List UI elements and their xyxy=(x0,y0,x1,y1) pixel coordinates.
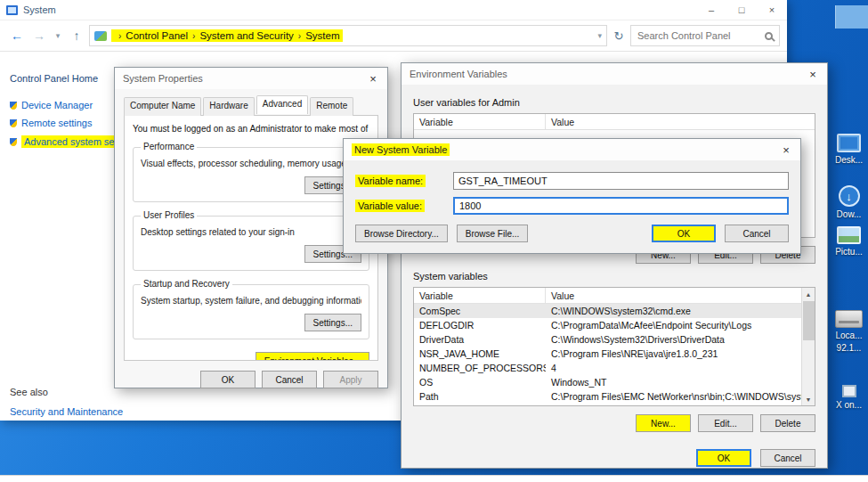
dialog-titlebar[interactable]: Environment Variables × xyxy=(402,63,827,85)
history-dropdown-icon[interactable]: ▾ xyxy=(52,31,64,40)
breadcrumb-system[interactable]: System xyxy=(305,30,339,41)
desktop-icon-local-disk[interactable]: Loca... 92.1... xyxy=(830,310,868,353)
desktop-icon-label: Desk... xyxy=(835,155,863,165)
window-fragment[interactable] xyxy=(835,5,868,29)
up-icon[interactable]: ↑ xyxy=(67,29,86,43)
table-row[interactable]: NUMBER_OF_PROCESSORS 4 xyxy=(414,361,815,375)
table-row[interactable]: OS Windows_NT xyxy=(414,375,815,389)
ok-button[interactable]: OK xyxy=(652,225,716,242)
table-row[interactable]: DEFLOGDIR C:\ProgramData\McAfee\Endpoint… xyxy=(414,318,815,332)
desktop-icon-sublabel: 92.1... xyxy=(837,343,862,353)
close-icon[interactable]: × xyxy=(359,68,387,89)
search-input[interactable] xyxy=(637,30,765,41)
dialog-titlebar[interactable]: New System Variable × xyxy=(344,139,800,160)
uac-shield-icon xyxy=(10,138,17,146)
tab-computer-name[interactable]: Computer Name xyxy=(124,97,201,116)
table-row[interactable]: NSR_JAVA_HOME C:\Program Files\NRE\java\… xyxy=(414,347,815,361)
environment-variables-button[interactable]: Environment Variables... xyxy=(256,352,369,361)
minimize-button[interactable]: – xyxy=(696,0,726,20)
variable-name-label: Variable name: xyxy=(355,175,426,187)
dialog-title: Environment Variables xyxy=(410,69,507,79)
ok-button[interactable]: OK xyxy=(200,371,256,388)
close-icon[interactable]: × xyxy=(772,139,800,160)
variable-column-header[interactable]: Variable xyxy=(414,114,546,129)
desktop-icon-desktop[interactable]: Desk... xyxy=(830,134,868,165)
browse-file-button[interactable]: Browse File... xyxy=(457,225,529,242)
table-row[interactable]: ComSpec C:\WINDOWS\system32\cmd.exe xyxy=(414,304,815,318)
variable-value: C:\Windows\System32\Drivers\DriverData xyxy=(546,334,815,345)
close-icon[interactable]: × xyxy=(799,63,827,85)
app-icon xyxy=(842,385,856,397)
window-titlebar[interactable]: System – □ × xyxy=(0,0,787,20)
group-description: Desktop settings related to your sign-in xyxy=(141,227,361,237)
cancel-button[interactable]: Cancel xyxy=(725,225,789,242)
sidebar-item-advanced-system-settings[interactable]: Advanced system settings xyxy=(10,135,118,148)
variable-name-input[interactable] xyxy=(453,172,789,190)
sidebar-item-remote-settings[interactable]: Remote settings xyxy=(10,118,118,128)
close-button[interactable]: × xyxy=(757,0,787,20)
desktop-icon-label: Pictu... xyxy=(835,247,863,257)
environment-variables-dialog: Environment Variables × User variables f… xyxy=(401,62,828,469)
down-arrow-icon: ↓ xyxy=(846,190,852,203)
forward-icon[interactable]: → xyxy=(29,29,49,43)
value-column-header[interactable]: Value xyxy=(546,117,815,127)
breadcrumb-system-security[interactable]: System and Security xyxy=(199,30,293,41)
dialog-titlebar[interactable]: System Properties × xyxy=(115,68,387,89)
sidebar-item-security-and-maintenance[interactable]: Security and Maintenance xyxy=(10,406,123,417)
scrollbar[interactable]: ▲ ▼ xyxy=(801,288,815,405)
system-variables-label: System variables xyxy=(413,271,815,282)
table-header: Variable Value xyxy=(414,288,815,304)
startup-settings-button[interactable]: Settings... xyxy=(304,314,361,331)
chevron-icon: › xyxy=(192,31,195,41)
browse-directory-button[interactable]: Browse Directory... xyxy=(355,225,448,242)
dialog-buttons: OK Cancel xyxy=(402,437,827,467)
breadcrumb-control-panel[interactable]: Control Panel xyxy=(126,30,188,41)
tab-hardware[interactable]: Hardware xyxy=(203,97,254,116)
variable-name: DEFLOGDIR xyxy=(414,320,546,331)
scroll-down-icon[interactable]: ▼ xyxy=(802,393,815,405)
variable-value-input[interactable] xyxy=(453,197,789,215)
desktop-icon-x[interactable]: X on... xyxy=(830,385,868,410)
taskbar[interactable] xyxy=(0,475,868,482)
dialog-title: System Properties xyxy=(123,73,203,84)
sidebar-item-control-panel-home[interactable]: Control Panel Home xyxy=(10,73,118,84)
tab-advanced[interactable]: Advanced xyxy=(256,95,308,114)
startup-recovery-group: Startup and Recovery System startup, sys… xyxy=(133,284,369,339)
address-field[interactable]: › Control Panel › System and Security › … xyxy=(89,25,607,46)
group-title: User Profiles xyxy=(141,210,197,220)
desktop-icon-downloads[interactable]: ↓ Dow... xyxy=(830,185,868,219)
performance-group: Performance Visual effects, processor sc… xyxy=(133,147,369,202)
system-variables-table[interactable]: Variable Value ComSpec C:\WINDOWS\system… xyxy=(413,287,815,406)
sidebar-item-label: Security and Maintenance xyxy=(10,406,123,417)
value-column-header[interactable]: Value xyxy=(546,290,815,301)
variable-value: Windows_NT xyxy=(546,377,815,388)
desktop-icon-label: X on... xyxy=(836,400,862,410)
scrollbar-thumb[interactable] xyxy=(803,301,815,340)
cancel-button[interactable]: Cancel xyxy=(760,449,815,467)
cancel-button[interactable]: Cancel xyxy=(262,371,317,388)
sidebar-item-device-manager[interactable]: Device Manager xyxy=(10,100,118,110)
window-controls: – □ × xyxy=(696,0,787,20)
variable-column-header[interactable]: Variable xyxy=(414,288,546,303)
ok-button[interactable]: OK xyxy=(696,449,751,467)
system-new-button[interactable]: New... xyxy=(636,414,691,432)
system-delete-button[interactable]: Delete xyxy=(760,414,815,432)
uac-shield-icon xyxy=(10,119,17,127)
table-row[interactable]: Path C:\Program Files\EMC NetWorker\nsr\… xyxy=(414,389,815,404)
tab-remote[interactable]: Remote xyxy=(310,97,353,116)
desktop-icon-pictures[interactable]: Pictu... xyxy=(830,226,868,257)
maximize-button[interactable]: □ xyxy=(726,0,757,20)
table-row[interactable]: DriverData C:\Windows\System32\Drivers\D… xyxy=(414,332,815,347)
address-dropdown-icon[interactable]: ▾ xyxy=(597,31,602,40)
refresh-icon[interactable]: ↻ xyxy=(610,29,628,43)
system-edit-button[interactable]: Edit... xyxy=(698,414,753,432)
downloads-icon: ↓ xyxy=(839,185,860,207)
desktop-icon-label: Loca... xyxy=(835,331,862,340)
new-system-variable-dialog: New System Variable × Variable name: Var… xyxy=(343,138,801,254)
search-box[interactable] xyxy=(630,25,780,46)
scroll-up-icon[interactable]: ▲ xyxy=(802,288,815,300)
apply-button[interactable]: Apply xyxy=(323,371,378,388)
variable-name: ComSpec xyxy=(414,306,546,316)
see-also-section: See also Security and Maintenance xyxy=(10,387,123,424)
back-icon[interactable]: ← xyxy=(7,29,27,43)
